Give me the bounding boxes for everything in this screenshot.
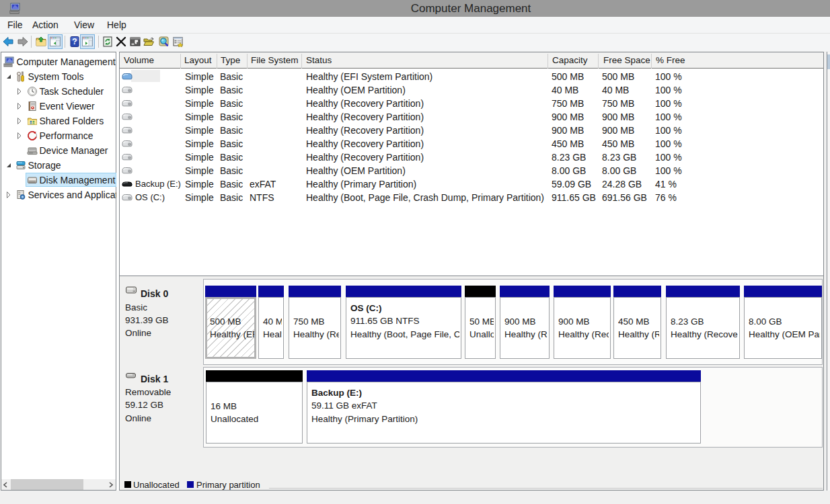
svg-text:?: ?	[72, 37, 77, 46]
